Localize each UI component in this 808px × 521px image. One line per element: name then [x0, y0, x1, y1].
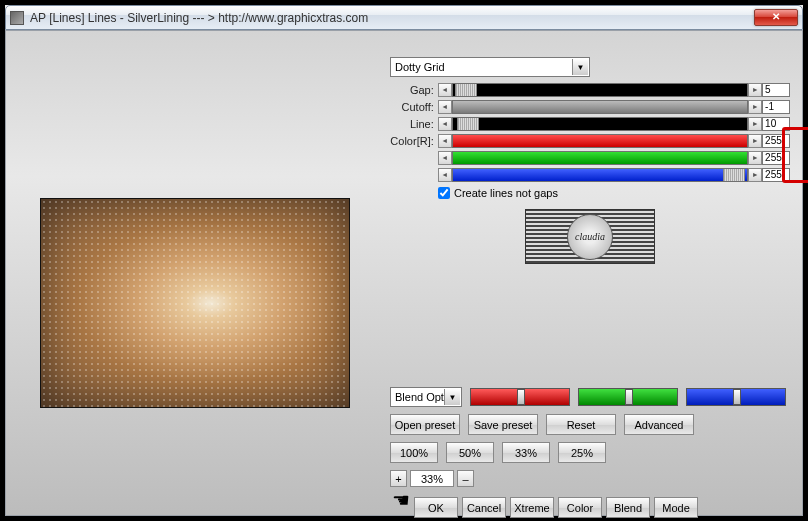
advanced-button[interactable]: Advanced	[624, 414, 694, 435]
create-lines-checkbox[interactable]	[438, 187, 450, 199]
preset-selected: Dotty Grid	[395, 61, 445, 73]
sliders-group: Gap: ◄ ► 5 Cutoff: ◄ ► -1 Line: ◄	[390, 81, 790, 183]
blend-g-slider[interactable]	[578, 388, 678, 406]
line-left-arrow-icon[interactable]: ◄	[438, 117, 452, 131]
r-left-arrow-icon[interactable]: ◄	[438, 134, 452, 148]
zoom-out-button[interactable]: –	[457, 470, 474, 487]
client-area: Dotty Grid ▼ Gap: ◄ ► 5 Cutoff: ◄ ► -1	[5, 30, 803, 516]
zoom-25-button[interactable]: 25%	[558, 442, 606, 463]
preset-dropdown[interactable]: Dotty Grid ▼	[390, 57, 590, 77]
logo-text: claudia	[575, 231, 605, 242]
color-r-value[interactable]: 255	[762, 134, 790, 148]
plugin-window: AP [Lines] Lines - SilverLining --- > ht…	[0, 0, 808, 521]
dotty-overlay	[41, 199, 349, 407]
slider-thumb[interactable]	[455, 84, 477, 96]
gap-right-arrow-icon[interactable]: ►	[748, 83, 762, 97]
chevron-down-icon: ▼	[572, 59, 588, 75]
close-button[interactable]: ✕	[754, 9, 798, 26]
color-g-slider[interactable]	[452, 151, 748, 165]
g-right-arrow-icon[interactable]: ►	[748, 151, 762, 165]
titlebar[interactable]: AP [Lines] Lines - SilverLining --- > ht…	[5, 5, 803, 30]
gap-value[interactable]: 5	[762, 83, 790, 97]
cutoff-value[interactable]: -1	[762, 100, 790, 114]
app-icon	[10, 11, 24, 25]
zoom-33-button[interactable]: 33%	[502, 442, 550, 463]
slider-thumb[interactable]	[723, 169, 745, 181]
bottom-controls: Blend Opti ▼ Open preset Save preset Res…	[390, 387, 800, 518]
color-g-value[interactable]: 255	[762, 151, 790, 165]
gap-label: Gap:	[390, 84, 438, 96]
color-button[interactable]: Color	[558, 497, 602, 518]
chevron-down-icon: ▼	[444, 389, 460, 405]
blend-b-slider[interactable]	[686, 388, 786, 406]
color-r-slider[interactable]	[452, 134, 748, 148]
blend-mode-selected: Blend Opti	[395, 391, 446, 403]
line-label: Line:	[390, 118, 438, 130]
slider-knob[interactable]	[625, 389, 633, 405]
color-r-label: Color[R]:	[390, 135, 438, 147]
zoom-50-button[interactable]: 50%	[446, 442, 494, 463]
b-left-arrow-icon[interactable]: ◄	[438, 168, 452, 182]
g-left-arrow-icon[interactable]: ◄	[438, 151, 452, 165]
cutoff-left-arrow-icon[interactable]: ◄	[438, 100, 452, 114]
color-b-slider[interactable]	[452, 168, 748, 182]
zoom-100-button[interactable]: 100%	[390, 442, 438, 463]
line-value[interactable]: 10	[762, 117, 790, 131]
controls-panel: Dotty Grid ▼ Gap: ◄ ► 5 Cutoff: ◄ ► -1	[390, 57, 790, 264]
color-b-value[interactable]: 255	[762, 168, 790, 182]
cancel-button[interactable]: Cancel	[462, 497, 506, 518]
cutoff-slider[interactable]	[452, 100, 748, 114]
blend-mode-dropdown[interactable]: Blend Opti ▼	[390, 387, 462, 407]
line-right-arrow-icon[interactable]: ►	[748, 117, 762, 131]
save-preset-button[interactable]: Save preset	[468, 414, 538, 435]
slider-knob[interactable]	[517, 389, 525, 405]
cutoff-label: Cutoff:	[390, 101, 438, 113]
xtreme-button[interactable]: Xtreme	[510, 497, 554, 518]
gap-slider[interactable]	[452, 83, 748, 97]
slider-thumb[interactable]	[457, 118, 479, 130]
ok-button[interactable]: OK	[414, 497, 458, 518]
vendor-logo: claudia	[525, 209, 655, 264]
window-title: AP [Lines] Lines - SilverLining --- > ht…	[30, 11, 754, 25]
zoom-value[interactable]: 33%	[410, 470, 454, 487]
cutoff-right-arrow-icon[interactable]: ►	[748, 100, 762, 114]
r-right-arrow-icon[interactable]: ►	[748, 134, 762, 148]
line-slider[interactable]	[452, 117, 748, 131]
open-preset-button[interactable]: Open preset	[390, 414, 460, 435]
mode-button[interactable]: Mode	[654, 497, 698, 518]
gap-left-arrow-icon[interactable]: ◄	[438, 83, 452, 97]
reset-button[interactable]: Reset	[546, 414, 616, 435]
pointer-hand-icon: ☛	[392, 488, 410, 512]
zoom-in-button[interactable]: +	[390, 470, 407, 487]
slider-knob[interactable]	[733, 389, 741, 405]
b-right-arrow-icon[interactable]: ►	[748, 168, 762, 182]
create-lines-checkbox-row: Create lines not gaps	[438, 187, 790, 199]
logo-badge: claudia	[567, 214, 613, 260]
blend-r-slider[interactable]	[470, 388, 570, 406]
create-lines-label: Create lines not gaps	[454, 187, 558, 199]
preview-image	[40, 198, 350, 408]
blend-button[interactable]: Blend	[606, 497, 650, 518]
